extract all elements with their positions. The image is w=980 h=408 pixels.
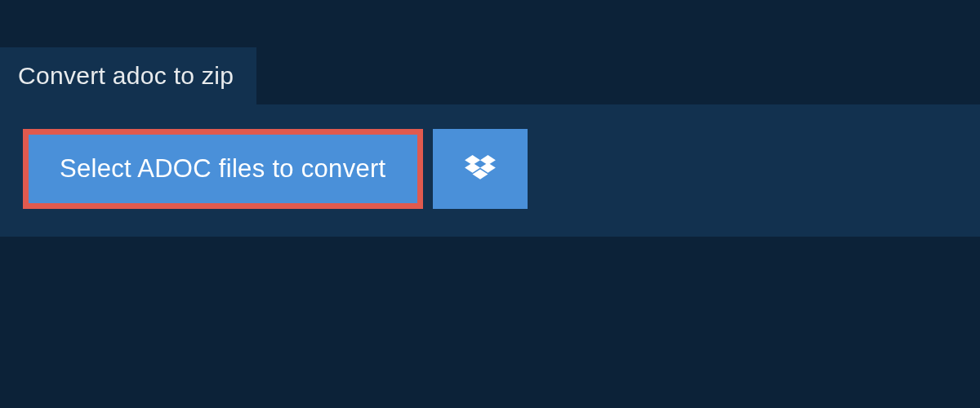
- button-row: Select ADOC files to convert: [23, 129, 957, 209]
- dropbox-icon: [465, 155, 496, 183]
- page-title: Convert adoc to zip: [18, 62, 234, 89]
- select-files-button[interactable]: Select ADOC files to convert: [23, 129, 423, 209]
- dropbox-button[interactable]: [433, 129, 528, 209]
- main-panel: Select ADOC files to convert: [0, 104, 980, 237]
- tab-header: Convert adoc to zip: [0, 47, 256, 104]
- select-files-label: Select ADOC files to convert: [60, 154, 386, 184]
